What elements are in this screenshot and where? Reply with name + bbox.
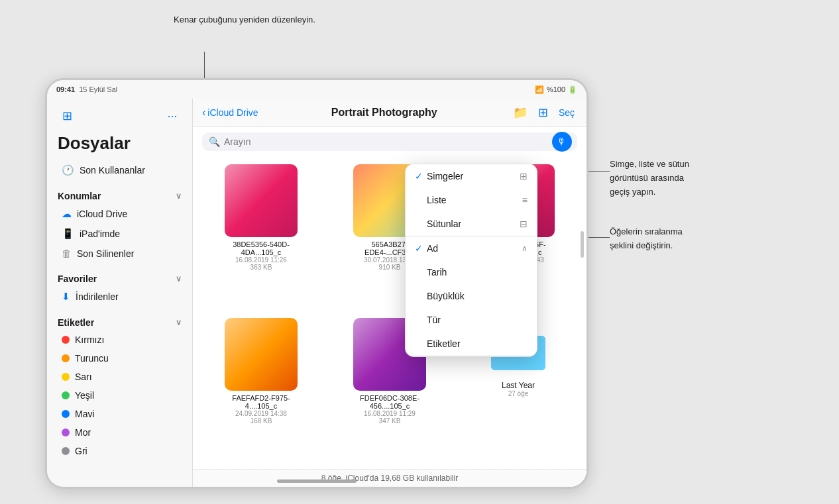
tag-red-label: Kırmızı	[75, 334, 104, 345]
tags-section: Etiketler ∨ Kırmızı Turuncu Sarı Yeşil	[47, 311, 192, 464]
view-toggle-button[interactable]: ⊞	[535, 104, 551, 121]
sidebar-item-recents[interactable]: 🕐 Son Kullananlar	[51, 160, 188, 180]
yellow-dot	[62, 373, 70, 381]
sidebar-tag-yellow[interactable]: Sarı	[51, 368, 188, 386]
sidebar-tag-purple[interactable]: Mor	[51, 423, 188, 442]
search-container: 🔍 🎙	[193, 127, 587, 156]
sort-size-label: Büyüklük	[427, 291, 528, 301]
dropdown-sort-tags[interactable]: Etiketler	[406, 332, 537, 356]
sort-type-label: Tür	[427, 315, 528, 325]
dropdown-sort-section: ✓ Ad ∧ Tarih Büyüklük Tür	[406, 236, 537, 356]
favorites-chevron: ∨	[176, 274, 182, 283]
search-input[interactable]	[224, 136, 571, 147]
new-folder-button[interactable]: 📁	[510, 104, 530, 121]
sidebar-tag-green[interactable]: Yeşil	[51, 386, 188, 405]
file-thumb-1	[225, 164, 298, 237]
tags-chevron: ∨	[176, 318, 182, 327]
sort-name-label: Ad	[427, 243, 522, 254]
file-name-4: FAEFAFD2-F975-4....105_c	[221, 394, 301, 410]
favorites-label: Favoriler	[58, 274, 97, 284]
sidebar-tag-gray[interactable]: Gri	[51, 442, 188, 460]
tags-label: Etiketler	[58, 317, 94, 328]
favorites-section: Favoriler ∨ ⬇ İndirilenler	[47, 267, 192, 311]
status-date: 15 Eylül Sal	[79, 85, 117, 93]
mic-button[interactable]: 🎙	[552, 132, 572, 152]
favorites-header[interactable]: Favoriler ∨	[47, 267, 192, 287]
file-meta-1: 16.08.2019 11:26	[235, 256, 287, 264]
file-name-5: FDEF06DC-308E-456....105_c	[350, 394, 429, 410]
sidebar-item-icloud[interactable]: ☁ iCloud Drive	[51, 204, 188, 224]
select-button[interactable]: Seç	[556, 106, 577, 119]
sort-tags-label: Etiketler	[427, 338, 528, 349]
folder-count-last-year: 27 öğe	[508, 390, 529, 397]
recents-label: Son Kullananlar	[80, 165, 145, 176]
locations-section: Konumlar ∨ ☁ iCloud Drive 📱 iPad'imde 🗑 …	[47, 184, 192, 267]
file-thumb-4	[225, 318, 298, 391]
purple-dot	[62, 428, 70, 436]
dropdown-sort-name[interactable]: ✓ Ad ∧	[406, 236, 537, 260]
dropdown-item-columns[interactable]: Sütunlar ⊟	[406, 212, 537, 236]
status-right: 📶 %100 🔋	[535, 85, 577, 94]
tag-orange-label: Turuncu	[75, 353, 109, 364]
blue-dot	[62, 410, 70, 418]
dropdown-item-list[interactable]: Liste ≡	[406, 188, 537, 212]
main-content: ‹ iCloud Drive Portrait Photography 📁 ⊞ …	[193, 99, 587, 487]
trash-icon: 🗑	[62, 248, 72, 259]
toolbar-actions: 📁 ⊞ Seç	[510, 104, 577, 121]
content-toolbar: ‹ iCloud Drive Portrait Photography 📁 ⊞ …	[193, 99, 587, 127]
dropdown-item-icons[interactable]: ✓ Simgeler ⊞	[406, 164, 537, 188]
sidebar-toolbar: ⊞ ···	[47, 99, 192, 130]
battery-icon: 🔋	[568, 85, 577, 94]
file-meta-5: 16.08.2019 11:29	[364, 410, 416, 417]
icons-label: Simgeler	[427, 171, 520, 181]
sort-name-checkmark: ✓	[415, 243, 427, 254]
recents-section: 🕐 Son Kullananlar	[47, 160, 192, 184]
file-size-1: 363 KB	[251, 264, 272, 271]
sidebar-item-ipad[interactable]: 📱 iPad'imde	[51, 224, 188, 244]
file-item-1[interactable]: 38DE5356-540D-4DA...105_c 16.08.2019 11:…	[202, 164, 320, 307]
toolbar-title: Portrait Photography	[264, 107, 505, 119]
list-label: Liste	[427, 195, 522, 205]
sidebar-toggle-button[interactable]: ⊞	[56, 105, 78, 126]
sidebar-more-button[interactable]: ···	[162, 105, 183, 126]
gray-dot	[62, 447, 70, 455]
locations-header[interactable]: Konumlar ∨	[47, 184, 192, 204]
sidebar-item-downloads[interactable]: ⬇ İndirilenler	[51, 287, 188, 307]
icons-checkmark: ✓	[415, 171, 427, 181]
sidebar-tag-orange[interactable]: Turuncu	[51, 349, 188, 368]
tag-blue-label: Mavi	[75, 409, 95, 419]
sort-date-label: Tarih	[427, 267, 528, 277]
orange-dot	[62, 354, 70, 362]
sidebar-tag-red[interactable]: Kırmızı	[51, 330, 188, 349]
icloud-icon: ☁	[62, 208, 72, 220]
files-status-bar: 8 öğe, iCloud'da 19,68 GB kullanılabilir	[193, 469, 587, 487]
ipad-icon: 📱	[62, 228, 74, 240]
tag-yellow-label: Sarı	[75, 372, 92, 382]
ipad-frame: 09:41 15 Eylül Sal 📶 %100 🔋 ⊞ ··· Dosyal…	[45, 78, 588, 489]
sort-name-chevron: ∧	[522, 244, 528, 253]
dropdown-sort-type[interactable]: Tür	[406, 308, 537, 332]
file-size-5: 347 KB	[379, 417, 401, 425]
status-time: 09:41	[56, 85, 75, 93]
right-annotation-1: Simge, liste ve sütungörüntüsü arasındag…	[610, 158, 742, 199]
dropdown-sort-size[interactable]: Büyüklük	[406, 284, 537, 308]
tag-green-label: Yeşil	[75, 390, 94, 401]
sidebar-tag-blue[interactable]: Mavi	[51, 405, 188, 423]
back-chevron-icon: ‹	[202, 107, 205, 119]
scroll-thumb[interactable]	[581, 231, 584, 258]
mic-icon: 🎙	[557, 136, 567, 147]
home-indicator	[277, 479, 357, 483]
dropdown-sort-date[interactable]: Tarih	[406, 260, 537, 284]
dropdown-view-section: ✓ Simgeler ⊞ Liste ≡ Sütunlar ⊟	[406, 164, 537, 236]
icons-grid-icon: ⊞	[520, 171, 528, 181]
red-dot	[62, 336, 70, 344]
clock-icon: 🕐	[62, 164, 74, 176]
tag-gray-label: Gri	[75, 446, 87, 456]
sidebar-item-trash[interactable]: 🗑 Son Silinenler	[51, 244, 188, 263]
file-item-4[interactable]: FAEFAFD2-F975-4....105_c 24.09.2019 14:3…	[202, 318, 320, 461]
search-bar[interactable]: 🔍 🎙	[202, 132, 577, 151]
tags-header[interactable]: Etiketler ∨	[47, 311, 192, 330]
green-dot	[62, 391, 70, 399]
back-button[interactable]: ‹ iCloud Drive	[202, 107, 258, 119]
right-annotation-2: Öğelerin sıralanmaşeklini değiştirin.	[610, 225, 742, 253]
